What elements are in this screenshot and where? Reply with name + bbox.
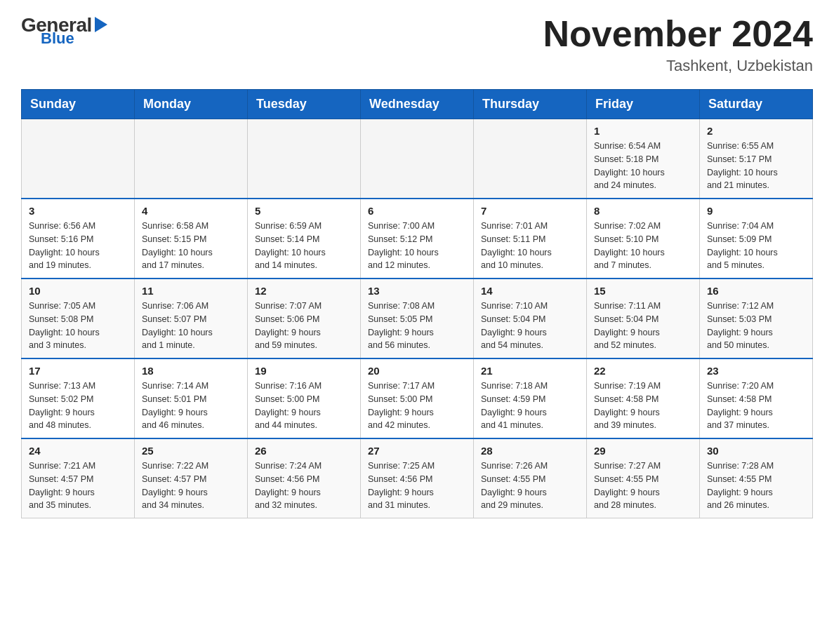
day-number: 20: [368, 365, 466, 377]
location-subtitle: Tashkent, Uzbekistan: [543, 57, 813, 75]
logo: General Blue: [21, 14, 107, 48]
logo-triangle-icon: [95, 17, 107, 32]
day-info-text: Sunrise: 7:25 AMSunset: 4:56 PMDaylight:…: [368, 459, 466, 512]
day-info-text: Sunrise: 7:24 AMSunset: 4:56 PMDaylight:…: [255, 459, 353, 512]
calendar-week-row: 17Sunrise: 7:13 AMSunset: 5:02 PMDayligh…: [22, 358, 813, 438]
col-sunday: Sunday: [22, 90, 135, 119]
calendar-day-cell: 27Sunrise: 7:25 AMSunset: 4:56 PMDayligh…: [361, 438, 474, 518]
day-number: 23: [707, 365, 805, 377]
day-info-text: Sunrise: 7:06 AMSunset: 5:07 PMDaylight:…: [142, 300, 240, 352]
day-number: 10: [29, 285, 127, 297]
day-info-text: Sunrise: 7:14 AMSunset: 5:01 PMDaylight:…: [142, 380, 240, 432]
calendar-day-cell: 3Sunrise: 6:56 AMSunset: 5:16 PMDaylight…: [22, 199, 135, 279]
day-number: 29: [594, 445, 692, 457]
calendar-day-cell: 22Sunrise: 7:19 AMSunset: 4:58 PMDayligh…: [587, 358, 700, 438]
day-info-text: Sunrise: 7:10 AMSunset: 5:04 PMDaylight:…: [481, 300, 579, 352]
day-number: 11: [142, 285, 240, 297]
day-info-text: Sunrise: 7:11 AMSunset: 5:04 PMDaylight:…: [594, 300, 692, 352]
calendar-header-row: Sunday Monday Tuesday Wednesday Thursday…: [22, 90, 813, 119]
day-info-text: Sunrise: 6:56 AMSunset: 5:16 PMDaylight:…: [29, 220, 127, 272]
col-friday: Friday: [587, 90, 700, 119]
day-number: 27: [368, 445, 466, 457]
day-info-text: Sunrise: 7:18 AMSunset: 4:59 PMDaylight:…: [481, 380, 579, 432]
day-info-text: Sunrise: 7:28 AMSunset: 4:55 PMDaylight:…: [707, 459, 805, 512]
day-info-text: Sunrise: 7:27 AMSunset: 4:55 PMDaylight:…: [594, 459, 692, 512]
day-info-text: Sunrise: 6:59 AMSunset: 5:14 PMDaylight:…: [255, 220, 353, 272]
day-info-text: Sunrise: 6:58 AMSunset: 5:15 PMDaylight:…: [142, 220, 240, 272]
calendar-day-cell: 26Sunrise: 7:24 AMSunset: 4:56 PMDayligh…: [248, 438, 361, 518]
day-info-text: Sunrise: 7:02 AMSunset: 5:10 PMDaylight:…: [594, 220, 692, 272]
day-number: 3: [29, 205, 127, 217]
calendar-week-row: 1Sunrise: 6:54 AMSunset: 5:18 PMDaylight…: [22, 119, 813, 199]
calendar-day-cell: 16Sunrise: 7:12 AMSunset: 5:03 PMDayligh…: [700, 279, 813, 358]
calendar-day-cell: 15Sunrise: 7:11 AMSunset: 5:04 PMDayligh…: [587, 279, 700, 358]
calendar-day-cell: 5Sunrise: 6:59 AMSunset: 5:14 PMDaylight…: [248, 199, 361, 279]
calendar-day-cell: 28Sunrise: 7:26 AMSunset: 4:55 PMDayligh…: [474, 438, 587, 518]
day-number: 19: [255, 365, 353, 377]
calendar-day-cell: [248, 119, 361, 199]
title-block: November 2024 Tashkent, Uzbekistan: [543, 14, 813, 75]
col-tuesday: Tuesday: [248, 90, 361, 119]
calendar-day-cell: 23Sunrise: 7:20 AMSunset: 4:58 PMDayligh…: [700, 358, 813, 438]
day-info-text: Sunrise: 7:05 AMSunset: 5:08 PMDaylight:…: [29, 300, 127, 352]
calendar-day-cell: 14Sunrise: 7:10 AMSunset: 5:04 PMDayligh…: [474, 279, 587, 358]
day-number: 22: [594, 365, 692, 377]
day-number: 18: [142, 365, 240, 377]
day-number: 4: [142, 205, 240, 217]
day-number: 28: [481, 445, 579, 457]
calendar-week-row: 3Sunrise: 6:56 AMSunset: 5:16 PMDaylight…: [22, 199, 813, 279]
calendar-day-cell: 24Sunrise: 7:21 AMSunset: 4:57 PMDayligh…: [22, 438, 135, 518]
day-number: 14: [481, 285, 579, 297]
day-number: 8: [594, 205, 692, 217]
day-info-text: Sunrise: 7:26 AMSunset: 4:55 PMDaylight:…: [481, 459, 579, 512]
svg-marker-0: [95, 17, 107, 32]
calendar-day-cell: 29Sunrise: 7:27 AMSunset: 4:55 PMDayligh…: [587, 438, 700, 518]
day-number: 26: [255, 445, 353, 457]
calendar-day-cell: 7Sunrise: 7:01 AMSunset: 5:11 PMDaylight…: [474, 199, 587, 279]
day-info-text: Sunrise: 7:22 AMSunset: 4:57 PMDaylight:…: [142, 459, 240, 512]
day-number: 6: [368, 205, 466, 217]
calendar-day-cell: 4Sunrise: 6:58 AMSunset: 5:15 PMDaylight…: [135, 199, 248, 279]
calendar-day-cell: 18Sunrise: 7:14 AMSunset: 5:01 PMDayligh…: [135, 358, 248, 438]
day-number: 5: [255, 205, 353, 217]
calendar-day-cell: [474, 119, 587, 199]
calendar-day-cell: 9Sunrise: 7:04 AMSunset: 5:09 PMDaylight…: [700, 199, 813, 279]
logo-blue-text: Blue: [41, 29, 74, 48]
month-title: November 2024: [543, 14, 813, 54]
calendar-day-cell: 6Sunrise: 7:00 AMSunset: 5:12 PMDaylight…: [361, 199, 474, 279]
day-number: 9: [707, 205, 805, 217]
calendar-day-cell: 30Sunrise: 7:28 AMSunset: 4:55 PMDayligh…: [700, 438, 813, 518]
calendar-week-row: 24Sunrise: 7:21 AMSunset: 4:57 PMDayligh…: [22, 438, 813, 518]
day-number: 7: [481, 205, 579, 217]
day-info-text: Sunrise: 7:13 AMSunset: 5:02 PMDaylight:…: [29, 380, 127, 432]
calendar-day-cell: 25Sunrise: 7:22 AMSunset: 4:57 PMDayligh…: [135, 438, 248, 518]
day-info-text: Sunrise: 7:20 AMSunset: 4:58 PMDaylight:…: [707, 380, 805, 432]
calendar-day-cell: 11Sunrise: 7:06 AMSunset: 5:07 PMDayligh…: [135, 279, 248, 358]
calendar-day-cell: 12Sunrise: 7:07 AMSunset: 5:06 PMDayligh…: [248, 279, 361, 358]
day-info-text: Sunrise: 7:16 AMSunset: 5:00 PMDaylight:…: [255, 380, 353, 432]
calendar-day-cell: 17Sunrise: 7:13 AMSunset: 5:02 PMDayligh…: [22, 358, 135, 438]
day-info-text: Sunrise: 7:00 AMSunset: 5:12 PMDaylight:…: [368, 220, 466, 272]
calendar-day-cell: 2Sunrise: 6:55 AMSunset: 5:17 PMDaylight…: [700, 119, 813, 199]
day-number: 13: [368, 285, 466, 297]
day-number: 15: [594, 285, 692, 297]
day-info-text: Sunrise: 7:19 AMSunset: 4:58 PMDaylight:…: [594, 380, 692, 432]
day-number: 21: [481, 365, 579, 377]
col-saturday: Saturday: [700, 90, 813, 119]
calendar-day-cell: [361, 119, 474, 199]
calendar-day-cell: 13Sunrise: 7:08 AMSunset: 5:05 PMDayligh…: [361, 279, 474, 358]
calendar-day-cell: 21Sunrise: 7:18 AMSunset: 4:59 PMDayligh…: [474, 358, 587, 438]
day-number: 1: [594, 125, 692, 137]
calendar-day-cell: 10Sunrise: 7:05 AMSunset: 5:08 PMDayligh…: [22, 279, 135, 358]
page-header: General Blue November 2024 Tashkent, Uzb…: [21, 14, 813, 75]
calendar-day-cell: [135, 119, 248, 199]
day-number: 17: [29, 365, 127, 377]
day-info-text: Sunrise: 7:01 AMSunset: 5:11 PMDaylight:…: [481, 220, 579, 272]
day-info-text: Sunrise: 6:54 AMSunset: 5:18 PMDaylight:…: [594, 140, 692, 192]
calendar-day-cell: 20Sunrise: 7:17 AMSunset: 5:00 PMDayligh…: [361, 358, 474, 438]
day-info-text: Sunrise: 7:12 AMSunset: 5:03 PMDaylight:…: [707, 300, 805, 352]
day-number: 2: [707, 125, 805, 137]
col-wednesday: Wednesday: [361, 90, 474, 119]
calendar-table: Sunday Monday Tuesday Wednesday Thursday…: [21, 89, 813, 518]
calendar-day-cell: 8Sunrise: 7:02 AMSunset: 5:10 PMDaylight…: [587, 199, 700, 279]
